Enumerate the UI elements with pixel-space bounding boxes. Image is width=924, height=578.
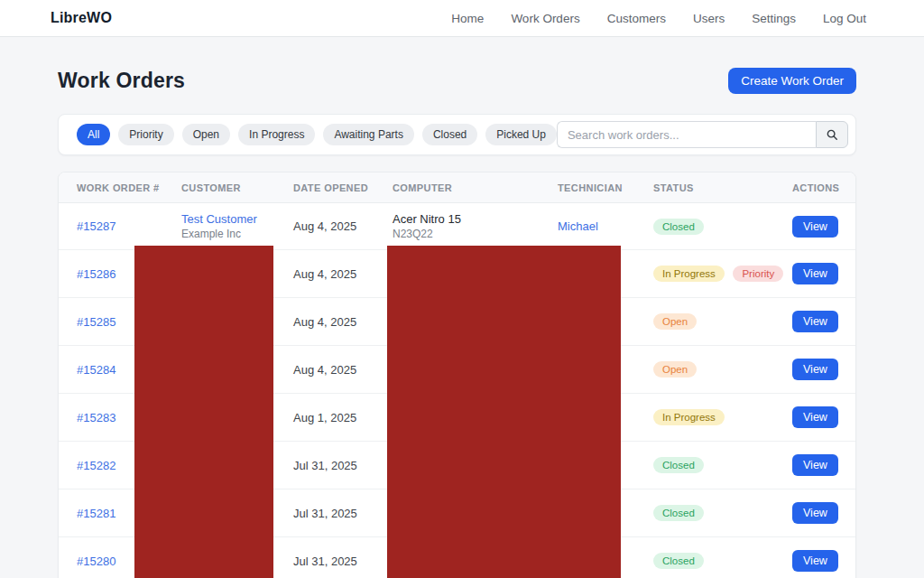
work-order-link[interactable]: #15280 xyxy=(77,555,116,568)
status-badge: Closed xyxy=(653,553,704,569)
table-row: #15287 Test Customer Example Inc Aug 4, … xyxy=(59,203,855,250)
nav-item-customers[interactable]: Customers xyxy=(607,12,666,25)
date-opened: Jul 31, 2025 xyxy=(293,555,393,568)
search-input[interactable] xyxy=(557,121,816,148)
date-opened: Aug 4, 2025 xyxy=(293,363,393,377)
search-group xyxy=(557,121,848,148)
work-order-link[interactable]: #15282 xyxy=(77,459,116,472)
view-button[interactable]: View xyxy=(792,406,838,428)
column-header-customer: CUSTOMER xyxy=(181,182,293,193)
column-header-technician: TECHNICIAN xyxy=(558,182,653,193)
customer-link[interactable]: Test Customer xyxy=(181,212,257,226)
main-content: Work Orders Create Work Order All Priori… xyxy=(58,67,856,578)
filter-pill-closed[interactable]: Closed xyxy=(422,124,477,145)
nav-item-work-orders[interactable]: Work Orders xyxy=(511,12,579,25)
status-badge: In Progress xyxy=(653,266,725,282)
status-badge: In Progress xyxy=(653,409,725,425)
work-orders-table: WORK ORDER # CUSTOMER DATE OPENED COMPUT… xyxy=(58,172,856,578)
date-opened: Aug 1, 2025 xyxy=(293,411,393,424)
status-badge: Closed xyxy=(653,457,704,473)
filter-pill-in-progress[interactable]: In Progress xyxy=(238,124,315,145)
status-badge: Open xyxy=(653,313,697,330)
navbar: LibreWO Home Work Orders Customers Users… xyxy=(0,0,924,37)
status-badge: Closed xyxy=(653,219,704,235)
column-header-computer: COMPUTER xyxy=(393,182,558,193)
filter-pill-picked-up[interactable]: Picked Up xyxy=(485,124,557,145)
date-opened: Aug 4, 2025 xyxy=(293,267,393,281)
nav-item-users[interactable]: Users xyxy=(693,12,725,25)
view-button[interactable]: View xyxy=(792,454,838,476)
technician-link[interactable]: Michael xyxy=(558,219,598,233)
page-title: Work Orders xyxy=(58,69,185,93)
create-work-order-button[interactable]: Create Work Order xyxy=(728,68,856,94)
work-order-link[interactable]: #15281 xyxy=(77,507,116,520)
view-button[interactable]: View xyxy=(792,550,838,572)
work-order-link[interactable]: #15283 xyxy=(77,411,116,424)
view-button[interactable]: View xyxy=(792,359,838,380)
filter-bar: All Priority Open In Progress Awaiting P… xyxy=(58,114,856,155)
filter-pill-awaiting-parts[interactable]: Awaiting Parts xyxy=(323,124,413,145)
filter-pill-open[interactable]: Open xyxy=(182,124,230,145)
view-button[interactable]: View xyxy=(792,502,838,524)
work-order-link[interactable]: #15285 xyxy=(77,315,116,329)
work-order-link[interactable]: #15286 xyxy=(77,267,116,281)
view-button[interactable]: View xyxy=(792,216,838,238)
brand-logo[interactable]: LibreWO xyxy=(51,10,112,26)
view-button[interactable]: View xyxy=(792,311,838,332)
customer-company: Example Inc xyxy=(181,228,293,240)
column-header-date-opened: DATE OPENED xyxy=(293,182,393,193)
date-opened: Jul 31, 2025 xyxy=(293,459,393,472)
search-button[interactable] xyxy=(816,121,848,148)
table-header-row: WORK ORDER # CUSTOMER DATE OPENED COMPUT… xyxy=(59,172,855,203)
filter-pill-all[interactable]: All xyxy=(77,124,110,145)
status-badge: Priority xyxy=(733,266,783,282)
column-header-work-order: WORK ORDER # xyxy=(59,182,181,193)
nav-links: Home Work Orders Customers Users Setting… xyxy=(451,12,866,25)
column-header-status: STATUS xyxy=(653,182,792,193)
search-icon xyxy=(826,128,838,141)
filter-pills: All Priority Open In Progress Awaiting P… xyxy=(77,124,557,145)
view-button[interactable]: View xyxy=(792,263,838,284)
redaction-block-computer-technician xyxy=(387,246,621,578)
date-opened: Jul 31, 2025 xyxy=(293,507,393,520)
computer-model: Acer Nitro 15 xyxy=(393,212,558,226)
nav-item-settings[interactable]: Settings xyxy=(752,12,796,25)
redaction-block-customer xyxy=(134,246,273,578)
status-badge: Open xyxy=(653,361,697,378)
nav-item-logout[interactable]: Log Out xyxy=(823,12,866,25)
column-header-actions: ACTIONS xyxy=(792,182,856,193)
title-row: Work Orders Create Work Order xyxy=(58,67,856,95)
nav-item-home[interactable]: Home xyxy=(451,12,484,25)
work-order-link[interactable]: #15287 xyxy=(77,219,116,233)
date-opened: Aug 4, 2025 xyxy=(293,315,393,329)
filter-pill-priority[interactable]: Priority xyxy=(118,124,173,145)
date-opened: Aug 4, 2025 xyxy=(293,219,393,233)
computer-tag: N23Q22 xyxy=(393,228,558,240)
status-badge: Closed xyxy=(653,505,704,521)
work-order-link[interactable]: #15284 xyxy=(77,363,116,377)
